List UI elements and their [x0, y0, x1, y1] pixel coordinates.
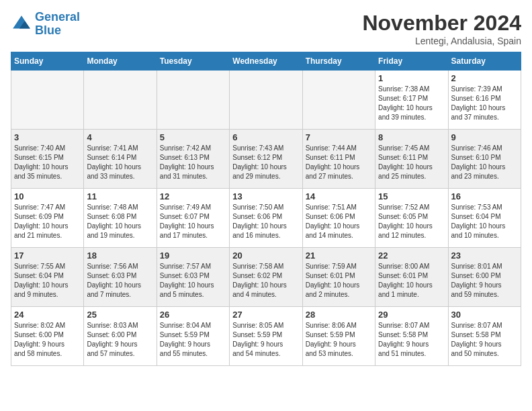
day-number: 3	[14, 132, 81, 142]
day-number: 6	[232, 132, 299, 142]
day-cell: 26Sunrise: 8:04 AM Sunset: 5:59 PM Dayli…	[157, 307, 229, 366]
day-number: 2	[451, 73, 518, 83]
week-row-3: 10Sunrise: 7:47 AM Sunset: 6:09 PM Dayli…	[11, 189, 521, 248]
day-number: 17	[14, 250, 81, 261]
day-info: Sunrise: 8:04 AM Sunset: 5:59 PM Dayligh…	[160, 321, 226, 359]
header-cell-tuesday: Tuesday	[157, 52, 229, 71]
day-cell: 23Sunrise: 8:01 AM Sunset: 6:00 PM Dayli…	[448, 248, 521, 307]
day-cell: 13Sunrise: 7:50 AM Sunset: 6:06 PM Dayli…	[230, 189, 302, 248]
day-cell	[157, 71, 229, 130]
day-cell: 30Sunrise: 8:07 AM Sunset: 5:58 PM Dayli…	[448, 307, 521, 366]
day-cell: 12Sunrise: 7:49 AM Sunset: 6:07 PM Dayli…	[157, 189, 229, 248]
day-info: Sunrise: 7:59 AM Sunset: 6:01 PM Dayligh…	[306, 262, 372, 300]
day-cell: 3Sunrise: 7:40 AM Sunset: 6:15 PM Daylig…	[11, 130, 84, 189]
day-number: 28	[306, 310, 372, 320]
day-cell: 22Sunrise: 8:00 AM Sunset: 6:01 PM Dayli…	[375, 248, 448, 307]
day-info: Sunrise: 7:38 AM Sunset: 6:17 PM Dayligh…	[378, 85, 445, 122]
day-number: 7	[306, 132, 372, 142]
day-info: Sunrise: 7:45 AM Sunset: 6:11 PM Dayligh…	[378, 144, 445, 181]
day-info: Sunrise: 8:01 AM Sunset: 6:00 PM Dayligh…	[451, 262, 518, 300]
week-row-4: 17Sunrise: 7:55 AM Sunset: 6:04 PM Dayli…	[11, 248, 521, 307]
day-info: Sunrise: 8:05 AM Sunset: 5:59 PM Dayligh…	[232, 321, 299, 359]
header-cell-monday: Monday	[84, 52, 157, 71]
day-number: 9	[451, 132, 518, 142]
day-info: Sunrise: 7:56 AM Sunset: 6:03 PM Dayligh…	[87, 262, 153, 300]
location: Lentegi, Andalusia, Spain	[362, 36, 521, 46]
day-cell: 11Sunrise: 7:48 AM Sunset: 6:08 PM Dayli…	[84, 189, 157, 248]
header-cell-wednesday: Wednesday	[230, 52, 302, 71]
day-number: 24	[14, 310, 81, 320]
day-number: 26	[160, 310, 226, 320]
day-cell: 14Sunrise: 7:51 AM Sunset: 6:06 PM Dayli…	[302, 189, 375, 248]
header-cell-sunday: Sunday	[11, 52, 84, 71]
day-number: 29	[378, 310, 445, 320]
day-info: Sunrise: 7:47 AM Sunset: 6:09 PM Dayligh…	[14, 203, 81, 240]
day-cell: 25Sunrise: 8:03 AM Sunset: 6:00 PM Dayli…	[84, 307, 157, 366]
day-cell: 27Sunrise: 8:05 AM Sunset: 5:59 PM Dayli…	[230, 307, 302, 366]
header-cell-thursday: Thursday	[302, 52, 375, 71]
day-cell: 18Sunrise: 7:56 AM Sunset: 6:03 PM Dayli…	[84, 248, 157, 307]
day-number: 12	[160, 191, 226, 201]
day-info: Sunrise: 8:07 AM Sunset: 5:58 PM Dayligh…	[378, 321, 445, 359]
day-cell: 21Sunrise: 7:59 AM Sunset: 6:01 PM Dayli…	[302, 248, 375, 307]
day-info: Sunrise: 8:06 AM Sunset: 5:59 PM Dayligh…	[306, 321, 372, 359]
day-cell: 29Sunrise: 8:07 AM Sunset: 5:58 PM Dayli…	[375, 307, 448, 366]
logo-text: General Blue	[35, 11, 80, 38]
day-info: Sunrise: 7:39 AM Sunset: 6:16 PM Dayligh…	[451, 85, 518, 122]
day-info: Sunrise: 8:02 AM Sunset: 6:00 PM Dayligh…	[14, 321, 81, 359]
title-area: November 2024 Lentegi, Andalusia, Spain	[362, 11, 521, 46]
day-cell: 24Sunrise: 8:02 AM Sunset: 6:00 PM Dayli…	[11, 307, 84, 366]
day-number: 21	[306, 250, 372, 261]
day-cell: 19Sunrise: 7:57 AM Sunset: 6:03 PM Dayli…	[157, 248, 229, 307]
logo-line2: Blue	[35, 24, 61, 37]
day-cell: 8Sunrise: 7:45 AM Sunset: 6:11 PM Daylig…	[375, 130, 448, 189]
day-info: Sunrise: 7:48 AM Sunset: 6:08 PM Dayligh…	[87, 203, 153, 240]
day-cell	[302, 71, 375, 130]
day-cell	[230, 71, 302, 130]
day-cell: 17Sunrise: 7:55 AM Sunset: 6:04 PM Dayli…	[11, 248, 84, 307]
day-number: 13	[232, 191, 299, 201]
day-cell: 6Sunrise: 7:43 AM Sunset: 6:12 PM Daylig…	[230, 130, 302, 189]
day-number: 25	[87, 310, 153, 320]
day-info: Sunrise: 7:46 AM Sunset: 6:10 PM Dayligh…	[451, 144, 518, 181]
day-number: 14	[306, 191, 372, 201]
logo: General Blue	[11, 11, 80, 38]
day-cell	[84, 71, 157, 130]
day-cell: 16Sunrise: 7:53 AM Sunset: 6:04 PM Dayli…	[448, 189, 521, 248]
header-cell-friday: Friday	[375, 52, 448, 71]
day-info: Sunrise: 8:00 AM Sunset: 6:01 PM Dayligh…	[378, 262, 445, 300]
week-row-1: 1Sunrise: 7:38 AM Sunset: 6:17 PM Daylig…	[11, 71, 521, 130]
day-cell: 20Sunrise: 7:58 AM Sunset: 6:02 PM Dayli…	[230, 248, 302, 307]
day-info: Sunrise: 8:03 AM Sunset: 6:00 PM Dayligh…	[87, 321, 153, 359]
day-cell: 28Sunrise: 8:06 AM Sunset: 5:59 PM Dayli…	[302, 307, 375, 366]
day-info: Sunrise: 7:49 AM Sunset: 6:07 PM Dayligh…	[160, 203, 226, 240]
day-number: 19	[160, 250, 226, 261]
day-info: Sunrise: 8:07 AM Sunset: 5:58 PM Dayligh…	[451, 321, 518, 359]
day-info: Sunrise: 7:55 AM Sunset: 6:04 PM Dayligh…	[14, 262, 81, 300]
logo-line1: General	[35, 10, 80, 24]
day-number: 11	[87, 191, 153, 201]
day-cell: 9Sunrise: 7:46 AM Sunset: 6:10 PM Daylig…	[448, 130, 521, 189]
day-info: Sunrise: 7:42 AM Sunset: 6:13 PM Dayligh…	[160, 144, 226, 181]
header-cell-saturday: Saturday	[448, 52, 521, 71]
day-cell	[11, 71, 84, 130]
day-number: 20	[232, 250, 299, 261]
day-cell: 2Sunrise: 7:39 AM Sunset: 6:16 PM Daylig…	[448, 71, 521, 130]
day-number: 5	[160, 132, 226, 142]
day-cell: 15Sunrise: 7:52 AM Sunset: 6:05 PM Dayli…	[375, 189, 448, 248]
day-cell: 4Sunrise: 7:41 AM Sunset: 6:14 PM Daylig…	[84, 130, 157, 189]
day-info: Sunrise: 7:57 AM Sunset: 6:03 PM Dayligh…	[160, 262, 226, 300]
day-cell: 10Sunrise: 7:47 AM Sunset: 6:09 PM Dayli…	[11, 189, 84, 248]
day-info: Sunrise: 7:53 AM Sunset: 6:04 PM Dayligh…	[451, 203, 518, 240]
day-cell: 7Sunrise: 7:44 AM Sunset: 6:11 PM Daylig…	[302, 130, 375, 189]
day-number: 16	[451, 191, 518, 201]
day-number: 8	[378, 132, 445, 142]
calendar-table: SundayMondayTuesdayWednesdayThursdayFrid…	[11, 52, 521, 366]
week-row-2: 3Sunrise: 7:40 AM Sunset: 6:15 PM Daylig…	[11, 130, 521, 189]
day-number: 15	[378, 191, 445, 201]
day-cell: 5Sunrise: 7:42 AM Sunset: 6:13 PM Daylig…	[157, 130, 229, 189]
header: General Blue November 2024 Lentegi, Anda…	[11, 11, 521, 46]
logo-icon	[11, 13, 32, 35]
day-info: Sunrise: 7:50 AM Sunset: 6:06 PM Dayligh…	[232, 203, 299, 240]
day-info: Sunrise: 7:52 AM Sunset: 6:05 PM Dayligh…	[378, 203, 445, 240]
